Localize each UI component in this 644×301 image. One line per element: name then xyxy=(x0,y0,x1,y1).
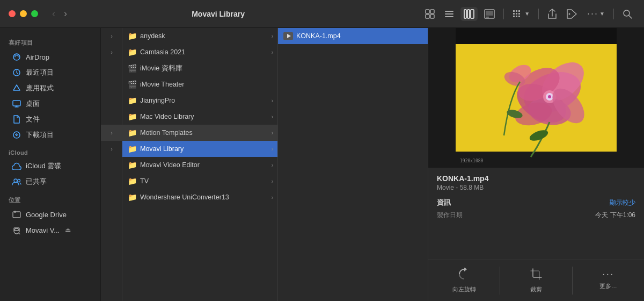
group-button[interactable]: ▼ xyxy=(509,7,533,21)
folder-wondershare[interactable]: 📁 Wondershare UniConverter13 › xyxy=(122,189,277,205)
col1-row-2[interactable]: › xyxy=(101,44,122,60)
sidebar-google-drive-label: Google Drive xyxy=(26,211,67,219)
folder-icon: 📁 xyxy=(128,96,137,105)
chevron-icon: › xyxy=(272,178,273,184)
sidebar-favorites-header: 喜好項目 xyxy=(0,32,100,49)
sidebar-item-airdrop[interactable]: AirDrop xyxy=(3,49,97,64)
svg-point-22 xyxy=(569,13,570,15)
svg-rect-21 xyxy=(518,16,520,17)
folder-movavi-library[interactable]: 📁 Movavi Library › xyxy=(122,141,277,157)
sidebar-desktop-label: 桌面 xyxy=(26,99,40,109)
sidebar-icloud-header: iCloud xyxy=(0,143,100,158)
col1-row-8[interactable]: › xyxy=(101,141,122,157)
svg-rect-27 xyxy=(13,101,20,106)
sidebar-item-apps[interactable]: 應用程式 xyxy=(3,81,97,96)
column-3: KONKA-1.mp4 xyxy=(278,28,428,301)
folder-icon: 📁 xyxy=(128,177,137,185)
sidebar-item-desktop[interactable]: 桌面 xyxy=(3,96,97,111)
columns-icon xyxy=(464,9,474,19)
folder-imovie-theater[interactable]: 🎬 iMovie Theater xyxy=(122,76,277,92)
preview-pane: 1920x1080 KONKA-1.mp4 Movie - 58.8 MB 資訊… xyxy=(428,28,644,301)
documents-icon xyxy=(12,114,21,124)
svg-rect-0 xyxy=(426,10,429,13)
file-konka[interactable]: KONKA-1.mp4 xyxy=(278,28,428,44)
rotate-button[interactable]: 向左旋轉 xyxy=(428,264,500,297)
folder-jianyingpro[interactable]: 📁 JianyingPro › xyxy=(122,92,277,109)
folder-imovie-lib[interactable]: 🎬 iMovie 資料庫 xyxy=(122,60,277,76)
svg-rect-18 xyxy=(516,16,517,17)
sidebar-item-downloads[interactable]: 下載項目 xyxy=(3,127,97,142)
folder-tv-label: TV xyxy=(140,177,268,185)
crop-button[interactable]: 裁剪 xyxy=(500,264,572,297)
share-icon xyxy=(547,9,557,19)
folder-mac-video[interactable]: 📁 Mac Video Library › xyxy=(122,109,277,125)
svg-rect-9 xyxy=(471,10,474,18)
preview-val-date: 今天 下午1:06 xyxy=(595,211,635,220)
crop-icon xyxy=(530,268,543,283)
shared-icon xyxy=(12,177,21,187)
folder-camtasia[interactable]: 📁 Camtasia 2021 › xyxy=(122,44,277,60)
group-icon xyxy=(513,9,523,19)
sidebar-shared-label: 已共享 xyxy=(26,177,47,187)
folder-motion-templates[interactable]: 📁 Motion Templates › xyxy=(122,125,277,141)
sidebar-airdrop-label: AirDrop xyxy=(26,53,49,61)
svg-rect-16 xyxy=(516,10,517,12)
more-actions-button[interactable]: ··· 更多… xyxy=(573,264,644,297)
col1-row-6 xyxy=(101,109,122,125)
more-actions-label: 更多… xyxy=(599,282,617,290)
svg-rect-14 xyxy=(513,13,515,15)
view-list-button[interactable] xyxy=(441,7,457,21)
svg-rect-5 xyxy=(445,13,453,15)
cover-icon xyxy=(484,9,495,19)
col1-row-10 xyxy=(101,173,122,189)
svg-rect-8 xyxy=(467,10,470,18)
list-icon xyxy=(444,9,454,19)
svg-point-47 xyxy=(548,95,551,98)
tag-button[interactable] xyxy=(564,7,581,21)
folder-imovie-theater-label: iMovie Theater xyxy=(140,81,273,88)
tag-icon xyxy=(567,9,577,19)
preview-info-section: 資訊 顯示較少 xyxy=(437,198,635,207)
folder-movavi-video-editor[interactable]: 📁 Movavi Video Editor › xyxy=(122,157,277,173)
search-button[interactable] xyxy=(619,7,635,21)
svg-rect-7 xyxy=(464,10,466,18)
file-konka-label: KONKA-1.mp4 xyxy=(296,32,423,40)
folder-anydesk[interactable]: 📁 anydesk › xyxy=(122,28,277,44)
chevron-icon: › xyxy=(272,114,273,120)
sidebar-downloads-label: 下載項目 xyxy=(26,130,54,140)
more-chevron-icon: ▼ xyxy=(599,11,605,17)
eject-icon[interactable]: ⏏ xyxy=(65,226,71,234)
imovie-theater-icon: 🎬 xyxy=(128,80,137,89)
svg-rect-13 xyxy=(513,10,515,12)
folder-icon: 📁 xyxy=(128,145,137,153)
folder-imovie-lib-label: iMovie 資料庫 xyxy=(140,64,273,73)
svg-point-25 xyxy=(13,54,20,60)
movavi-drive-icon xyxy=(12,225,21,235)
col1-row-1[interactable]: › xyxy=(101,28,122,44)
view-columns-button[interactable] xyxy=(460,7,478,21)
column-2: 📁 anydesk › 📁 Camtasia 2021 › 🎬 iMovie 資… xyxy=(122,28,278,301)
desktop-icon xyxy=(12,99,21,109)
search-icon xyxy=(623,9,632,19)
sidebar-item-icloud-drive[interactable]: iCloud 雲碟 xyxy=(3,159,97,174)
view-cover-button[interactable] xyxy=(481,7,498,21)
sidebar-item-google-drive[interactable]: Google Drive xyxy=(3,207,97,222)
sidebar-item-recents[interactable]: 最近項目 xyxy=(3,65,97,80)
ellipsis-icon: ··· xyxy=(587,8,598,19)
col1-row-7[interactable]: › xyxy=(101,125,122,141)
share-button[interactable] xyxy=(544,6,560,22)
preview-filename: KONKA-1.mp4 xyxy=(437,174,635,183)
view-grid-button[interactable] xyxy=(422,7,438,21)
sidebar-item-documents[interactable]: 文件 xyxy=(3,112,97,127)
folder-icon: 📁 xyxy=(128,161,137,169)
more-options-button[interactable]: ··· ▼ xyxy=(584,6,608,22)
sidebar-item-movavi[interactable]: Movavi V... ⏏ xyxy=(3,223,97,238)
google-drive-icon xyxy=(12,210,21,219)
folder-tv[interactable]: 📁 TV › xyxy=(122,173,277,189)
folder-anydesk-label: anydesk xyxy=(140,32,268,40)
sidebar-item-shared[interactable]: 已共享 xyxy=(3,174,97,189)
svg-rect-32 xyxy=(14,211,16,213)
svg-point-23 xyxy=(624,10,630,16)
svg-rect-12 xyxy=(486,17,489,18)
preview-toggle-link[interactable]: 顯示較少 xyxy=(610,198,635,207)
